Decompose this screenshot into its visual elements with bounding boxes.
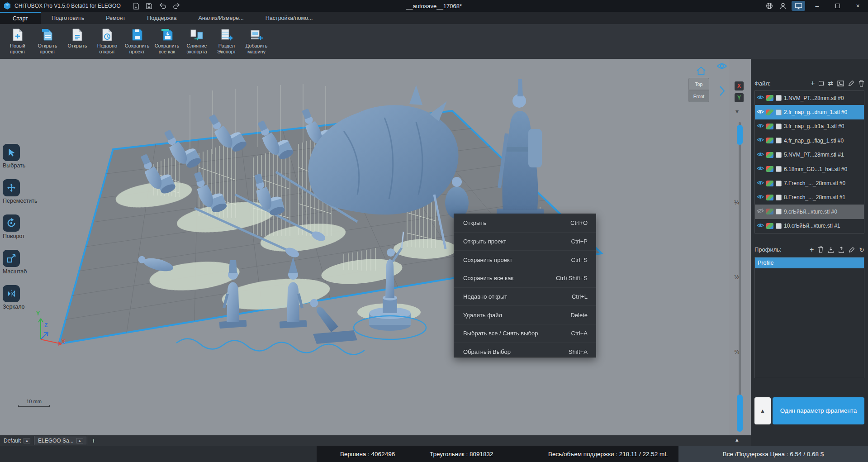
export-file-icon[interactable]	[133, 3, 139, 10]
file-checkbox[interactable]	[776, 138, 782, 143]
save-file-icon[interactable]	[146, 3, 152, 10]
tab-prepare[interactable]: Подготовить	[41, 12, 95, 24]
export-profile-icon[interactable]	[838, 247, 844, 253]
file-row-1[interactable]: 1.NVM_PT...28mm.stl #0	[755, 91, 864, 105]
scale-icon[interactable]	[3, 250, 20, 267]
visibility-eye-icon[interactable]	[757, 137, 764, 144]
tool-select[interactable]: Выбрать	[3, 144, 38, 169]
file-row-6[interactable]: 6.18mm_GD...1_hat.stl #0	[755, 162, 864, 176]
workspace-monitor-icon[interactable]	[792, 1, 805, 11]
tab-start[interactable]: Старт	[0, 12, 41, 24]
context-menu-item-open[interactable]: Открыть Ctrl+O	[454, 214, 596, 233]
visibility-eye-icon[interactable]	[757, 152, 764, 158]
visibility-eye-icon[interactable]	[757, 166, 764, 172]
add-file-icon[interactable]: +	[811, 80, 815, 87]
visibility-eye-icon[interactable]	[757, 180, 764, 187]
profile-row-selected[interactable]: Profile	[755, 257, 864, 268]
import-profile-icon[interactable]	[828, 247, 834, 253]
save-all-as-button[interactable]: Сохранить все как	[152, 26, 182, 59]
view-cube-top-face[interactable]: Top	[688, 78, 709, 90]
file-checkbox[interactable]	[776, 195, 782, 200]
delete-file-icon[interactable]	[859, 80, 864, 87]
layer-slider-handle-bottom[interactable]	[737, 395, 743, 432]
slice-export-button[interactable]: Раздел Экспорт	[212, 26, 242, 59]
context-menu-item-open-project[interactable]: Открыть проект Ctrl+P	[454, 233, 596, 251]
tab-support[interactable]: Поддержка	[136, 12, 187, 24]
plate-tab-default[interactable]: Default ▲	[0, 435, 34, 446]
file-checkbox[interactable]	[776, 110, 782, 115]
tool-rotate[interactable]: Поворот	[3, 214, 38, 239]
file-row-10[interactable]: 10.crЬйЬй...xture.stl #1	[755, 219, 864, 233]
file-checkbox[interactable]	[776, 223, 782, 229]
rename-file-icon[interactable]	[848, 80, 854, 86]
delete-profile-icon[interactable]	[818, 246, 824, 253]
visibility-eye-icon[interactable]	[757, 123, 764, 130]
tab-repair[interactable]: Ремонт	[95, 12, 136, 24]
rotate-icon[interactable]	[3, 214, 20, 232]
open-project-button[interactable]: Открыть проект	[33, 26, 62, 59]
tool-mirror[interactable]: Зеркало	[3, 285, 38, 310]
file-checkbox[interactable]	[776, 124, 782, 129]
viewport-3d[interactable]: Выбрать Переместить Поворот Масштаб	[0, 59, 729, 435]
mirror-x-button[interactable]: X	[735, 81, 744, 90]
fragment-expand-toggle[interactable]: ▲	[754, 397, 771, 424]
visibility-eye-icon[interactable]	[757, 95, 764, 101]
user-account-icon[interactable]	[776, 0, 790, 12]
mirror-y-button[interactable]: Y	[735, 93, 744, 102]
file-row-9-hidden[interactable]: 9.crЬйЬй...xture.stl #0	[755, 205, 864, 219]
undo-icon[interactable]	[159, 3, 166, 9]
viewport-3d-scene[interactable]	[0, 59, 729, 435]
context-menu-item-invert-selection[interactable]: Обратный Выбор Shift+A	[454, 343, 596, 357]
minimize-button[interactable]: –	[807, 0, 827, 12]
view-cube[interactable]: Top Front	[688, 78, 709, 102]
recent-open-button[interactable]: Недавно открыт	[92, 26, 122, 59]
file-row-5[interactable]: 5.NVM_PT...28mm.stl #1	[755, 148, 864, 162]
file-checkbox[interactable]	[776, 152, 782, 158]
context-menu-item-save-all-as[interactable]: Сохранить все как Ctrl+Shift+S	[454, 269, 596, 288]
context-menu-item-recent[interactable]: Недавно открыт Ctrl+L	[454, 288, 596, 306]
tool-move[interactable]: Переместить	[3, 179, 38, 204]
select-box-icon[interactable]	[819, 81, 824, 86]
visibility-eye-icon[interactable]	[757, 223, 764, 229]
file-checkbox[interactable]	[776, 209, 782, 214]
visibility-eye-off-icon[interactable]	[757, 208, 764, 215]
tab-settings-help[interactable]: Настройка/помо...	[255, 12, 324, 24]
expand-chevron-up-icon[interactable]: ▴	[735, 436, 739, 443]
plate-tab-expand-icon[interactable]: ▲	[76, 438, 83, 443]
context-menu-item-select-all[interactable]: Выбрать все / Снять выбор Ctrl+A	[454, 324, 596, 343]
language-globe-icon[interactable]	[763, 0, 776, 12]
collapse-chevron-down-icon[interactable]: ▾	[735, 108, 739, 115]
maximize-button[interactable]	[827, 0, 848, 12]
redo-icon[interactable]	[173, 3, 180, 9]
save-project-button[interactable]: Сохранить проект	[122, 26, 152, 59]
file-checkbox[interactable]	[776, 95, 782, 101]
fragment-parameter-button[interactable]: Один параметр фрагмента	[773, 397, 864, 424]
view-cube-front-face[interactable]: Front	[688, 90, 709, 102]
home-view-icon[interactable]	[696, 66, 707, 77]
file-row-4[interactable]: 4.fr_nap_g...flag_1.stl #0	[755, 133, 864, 148]
plate-tab-expand-icon[interactable]: ▲	[24, 438, 30, 443]
new-project-button[interactable]: Новый проект	[3, 26, 33, 59]
tab-analyze-measure[interactable]: Анализ/Измере...	[187, 12, 254, 24]
file-row-7[interactable]: 7.French_..._28mm.stl #0	[755, 176, 864, 190]
add-machine-button[interactable]: Добавить машину	[242, 26, 271, 59]
open-button[interactable]: Открыть	[62, 26, 92, 59]
visibility-eye-icon[interactable]	[757, 109, 764, 116]
show-hide-eye-icon[interactable]	[716, 62, 727, 71]
refresh-profile-icon[interactable]: ↻	[859, 247, 864, 253]
edit-profile-icon[interactable]	[849, 247, 855, 253]
file-row-2-selected[interactable]: 2.fr_nap_g...drum_1.stl #0	[755, 105, 864, 119]
plate-tab-elegoo[interactable]: ELEGOO Sa... ▲	[34, 436, 87, 445]
add-plate-tab-button[interactable]: +	[92, 437, 95, 444]
file-checkbox[interactable]	[776, 166, 782, 172]
add-profile-icon[interactable]: +	[810, 246, 814, 253]
file-row-3[interactable]: 3.fr_nap_g...tr1a_1.stl #0	[755, 119, 864, 133]
thumbnail-view-icon[interactable]	[837, 81, 844, 86]
select-cursor-icon[interactable]	[3, 144, 20, 161]
move-arrows-icon[interactable]	[3, 179, 20, 196]
context-menu-item-save-project[interactable]: Сохранить проект Ctrl+S	[454, 251, 596, 269]
layer-slider-handle-top[interactable]	[737, 125, 743, 145]
tool-scale[interactable]: Масштаб	[3, 250, 38, 275]
swap-order-icon[interactable]: ⇄	[828, 80, 833, 86]
mirror-icon[interactable]	[3, 285, 20, 302]
